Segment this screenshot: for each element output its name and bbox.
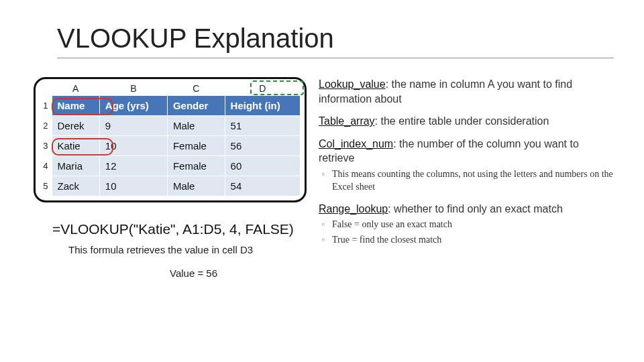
table-header: Name (52, 96, 99, 116)
table-cell: Male (167, 116, 225, 136)
table-header: Height (in) (225, 96, 300, 116)
page-title: VLOOKUP Explanation (57, 23, 614, 58)
table-cell: 56 (225, 136, 300, 156)
result-value: Value = 56 (80, 267, 307, 279)
col-letter: D (225, 82, 300, 96)
table-cell: 51 (225, 116, 300, 136)
data-table: A B C D 1 Name Age (yrs) Gender Height (… (40, 82, 301, 196)
def-col-index: Col_index_num: the number of the column … (319, 137, 614, 194)
def-lookup-value: Lookup_value: the name in column A you w… (319, 77, 614, 106)
row-number: 1 (40, 96, 52, 116)
def-range-sub-true: True = find the closest match (332, 233, 614, 247)
table-cell: Derek (52, 116, 99, 136)
table-cell: Female (167, 136, 225, 156)
data-table-frame: A B C D 1 Name Age (yrs) Gender Height (… (34, 77, 307, 202)
def-col-index-sub: This means counting the columns, not usi… (332, 168, 614, 194)
def-range-sub-false: False = only use an exact match (332, 218, 614, 231)
table-header: Gender (167, 96, 225, 116)
def-table-array: Table_array: the entire table under cons… (319, 114, 614, 129)
formula-text: =VLOOKUP("Katie", A1:D5, 4, FALSE) (52, 221, 307, 237)
formula-caption: This formula retrieves the value in cell… (68, 244, 307, 255)
col-letter: B (99, 82, 167, 96)
table-cell: Maria (52, 156, 99, 176)
def-range-lookup: Range_lookup: whether to find only an ex… (319, 202, 614, 247)
table-cell: Female (167, 156, 225, 176)
table-cell: 60 (225, 156, 300, 176)
table-cell: 54 (225, 176, 300, 196)
table-header: Age (yrs) (99, 96, 167, 116)
table-cell: Katie (52, 136, 99, 156)
table-cell: Zack (52, 176, 99, 196)
table-cell: 12 (99, 156, 167, 176)
col-letter: C (167, 82, 225, 96)
table-cell: 9 (99, 116, 167, 136)
table-cell: 10 (99, 136, 167, 156)
row-number: 2 (40, 116, 52, 136)
table-cell: Male (167, 176, 225, 196)
col-letter: A (52, 82, 99, 96)
row-number: 5 (40, 176, 52, 196)
table-cell: 10 (99, 176, 167, 196)
row-number: 3 (40, 136, 52, 156)
row-number: 4 (40, 156, 52, 176)
